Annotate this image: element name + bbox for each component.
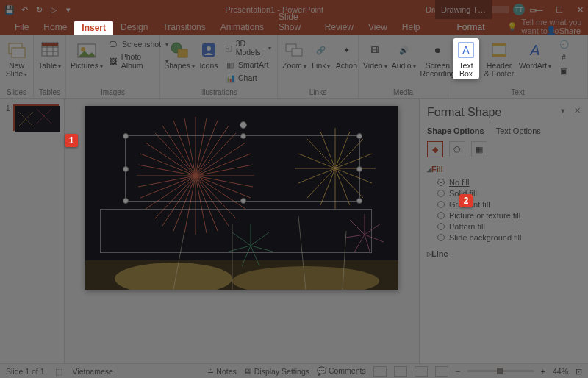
textbox-selection[interactable] bbox=[125, 135, 360, 202]
pictures-button[interactable]: Pictures bbox=[71, 38, 103, 71]
header-footer-button[interactable]: Header & Footer bbox=[484, 38, 514, 78]
tab-file[interactable]: File bbox=[7, 19, 36, 35]
date-time-button[interactable]: 🕘 bbox=[557, 38, 570, 50]
wordart-icon: A bbox=[525, 40, 545, 60]
reading-view-button[interactable] bbox=[415, 366, 428, 377]
svg-text:A: A bbox=[462, 44, 470, 56]
redo-icon[interactable]: ↻ bbox=[34, 4, 44, 15]
svg-rect-7 bbox=[42, 43, 58, 46]
zoom-slider[interactable] bbox=[467, 370, 534, 372]
slide-canvas-area[interactable] bbox=[65, 99, 419, 363]
text-box-button[interactable]: A Text Box bbox=[453, 38, 479, 79]
slide[interactable] bbox=[85, 106, 398, 290]
slide-sorter-view-button[interactable] bbox=[394, 366, 407, 377]
tab-slide-show[interactable]: Slide Show bbox=[271, 9, 318, 35]
smartart-button[interactable]: ▥SmartArt bbox=[223, 59, 273, 71]
tab-transitions[interactable]: Transitions bbox=[155, 19, 212, 35]
video-button[interactable]: 🎞Video bbox=[363, 38, 387, 71]
object-icon: ▣ bbox=[559, 65, 569, 76]
tab-design[interactable]: Design bbox=[113, 19, 155, 35]
textbox-selection-2[interactable] bbox=[100, 209, 372, 253]
share-button[interactable]: 👤Share bbox=[546, 26, 581, 35]
share-icon: 👤 bbox=[546, 26, 556, 35]
fit-to-window-button[interactable]: ⊡ bbox=[576, 367, 582, 376]
radio-slide-background-fill[interactable]: Slide background fill bbox=[437, 233, 581, 242]
tab-help[interactable]: Help bbox=[395, 19, 428, 35]
zoom-in-button[interactable]: + bbox=[541, 367, 545, 376]
icons-button[interactable]: Icons bbox=[198, 38, 219, 70]
size-properties-category-icon[interactable]: ▦ bbox=[471, 141, 487, 157]
notes-button[interactable]: ≐ Notes bbox=[207, 367, 236, 376]
link-button[interactable]: 🔗Link bbox=[311, 38, 331, 71]
audio-button[interactable]: 🔊Audio bbox=[392, 38, 416, 71]
new-slide-label: New Slide bbox=[6, 62, 27, 79]
thumbnail-item[interactable]: 1 bbox=[6, 104, 58, 131]
table-button[interactable]: Table bbox=[38, 38, 61, 71]
radio-no-fill[interactable]: No fill bbox=[437, 178, 581, 187]
section-fill[interactable]: Fill bbox=[427, 165, 581, 174]
tab-review[interactable]: Review bbox=[318, 19, 361, 35]
tab-animations[interactable]: Animations bbox=[213, 19, 271, 35]
zoom-button[interactable]: Zoom bbox=[282, 38, 306, 71]
pictures-icon bbox=[76, 40, 97, 60]
accessibility-icon[interactable]: ⬚ bbox=[55, 367, 62, 376]
3d-models-button[interactable]: ◱3D Models bbox=[223, 38, 273, 57]
pane-tab-shape-options[interactable]: Shape Options bbox=[427, 126, 484, 135]
shapes-button[interactable]: Shapes bbox=[165, 38, 194, 71]
object-button[interactable]: ▣ bbox=[557, 65, 570, 76]
zoom-level[interactable]: 44% bbox=[553, 367, 568, 376]
user-avatar-icon[interactable]: TT bbox=[513, 4, 525, 15]
status-language[interactable]: Vietnamese bbox=[73, 367, 113, 376]
resize-handle-nw[interactable] bbox=[123, 133, 129, 139]
quick-access-toolbar: 💾 ↶ ↻ ▷ ▾ bbox=[0, 4, 74, 15]
section-line[interactable]: Line bbox=[427, 249, 581, 258]
normal-view-button[interactable] bbox=[373, 366, 387, 377]
close-icon[interactable]: ✕ bbox=[575, 4, 585, 15]
slideshow-from-start-icon[interactable]: ▷ bbox=[49, 4, 59, 15]
chart-button[interactable]: 📊Chart bbox=[223, 72, 273, 84]
rotation-handle[interactable] bbox=[240, 121, 247, 129]
resize-handle-se[interactable] bbox=[356, 198, 362, 204]
minimize-icon[interactable]: — bbox=[534, 4, 544, 15]
maximize-icon[interactable]: ☐ bbox=[554, 4, 564, 15]
slide-number-button[interactable]: # bbox=[557, 51, 570, 63]
tab-home[interactable]: Home bbox=[36, 19, 74, 35]
radio-pattern-fill[interactable]: Pattern fill bbox=[437, 222, 581, 231]
text-box-label: Text Box bbox=[459, 62, 473, 78]
slide-thumbnail-panel[interactable]: 1 bbox=[0, 99, 65, 363]
action-button[interactable]: ✦Action bbox=[336, 38, 357, 70]
qat-more-icon[interactable]: ▾ bbox=[63, 4, 74, 15]
svg-rect-22 bbox=[15, 106, 60, 132]
tab-insert[interactable]: Insert bbox=[74, 21, 113, 35]
screenshot-icon: 🖵 bbox=[109, 39, 119, 49]
zoom-slider-thumb[interactable] bbox=[497, 368, 503, 374]
radio-picture-texture-fill[interactable]: Picture or texture fill bbox=[437, 211, 581, 220]
resize-handle-ne[interactable] bbox=[356, 133, 362, 139]
thumbnail-preview[interactable] bbox=[13, 104, 59, 131]
zoom-out-button[interactable]: − bbox=[456, 367, 460, 376]
pane-close-icon[interactable]: ✕ bbox=[574, 106, 581, 115]
effects-category-icon[interactable]: ⬠ bbox=[449, 141, 465, 157]
tab-format[interactable]: Format bbox=[449, 19, 492, 35]
resize-handle-sw[interactable] bbox=[123, 198, 129, 204]
status-slide-indicator[interactable]: Slide 1 of 1 bbox=[6, 367, 45, 376]
undo-icon[interactable]: ↶ bbox=[19, 4, 29, 15]
resize-handle-w[interactable] bbox=[123, 166, 129, 172]
slideshow-view-button[interactable] bbox=[435, 366, 448, 377]
action-icon: ✦ bbox=[336, 40, 356, 60]
wordart-button[interactable]: AWordArt bbox=[519, 38, 551, 71]
new-slide-button[interactable]: New Slide bbox=[4, 38, 29, 79]
comments-button[interactable]: 💬 Comments bbox=[317, 366, 366, 376]
wordart-label: WordArt bbox=[519, 62, 551, 71]
tab-view[interactable]: View bbox=[361, 19, 395, 35]
resize-handle-e[interactable] bbox=[356, 166, 362, 172]
fill-line-category-icon[interactable]: ◆ bbox=[427, 141, 443, 157]
pane-tab-text-options[interactable]: Text Options bbox=[496, 126, 541, 135]
group-label-tables: Tables bbox=[38, 88, 61, 98]
resize-handle-s[interactable] bbox=[240, 198, 246, 204]
save-icon[interactable]: 💾 bbox=[4, 4, 15, 15]
status-bar: Slide 1 of 1 ⬚ Vietnamese ≐ Notes 🖥 Disp… bbox=[0, 363, 588, 378]
pane-options-icon[interactable]: ▾ bbox=[561, 106, 565, 115]
resize-handle-n[interactable] bbox=[240, 133, 246, 139]
display-settings-button[interactable]: 🖥 Display Settings bbox=[244, 367, 309, 376]
